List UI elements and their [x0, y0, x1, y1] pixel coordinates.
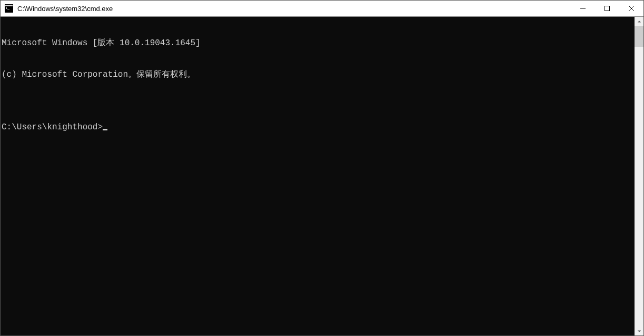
- client-area: Microsoft Windows [版本 10.0.19043.1645] (…: [1, 17, 643, 335]
- vertical-scrollbar[interactable]: [635, 17, 643, 335]
- minimize-button[interactable]: [571, 1, 595, 16]
- titlebar[interactable]: C:\Windows\system32\cmd.exe: [1, 1, 643, 17]
- console-line: (c) Microsoft Corporation。保留所有权利。: [2, 69, 635, 80]
- window-controls: [571, 1, 643, 16]
- scroll-track[interactable]: [635, 26, 643, 327]
- cmd-icon: [5, 4, 13, 13]
- maximize-button[interactable]: [595, 1, 619, 16]
- scroll-thumb[interactable]: [635, 26, 643, 47]
- text-cursor: [103, 129, 107, 130]
- console-output[interactable]: Microsoft Windows [版本 10.0.19043.1645] (…: [1, 17, 635, 335]
- svg-rect-3: [6, 7, 7, 8]
- console-prompt-line: C:\Users\knighthood>: [2, 122, 635, 133]
- svg-rect-5: [6, 8, 7, 9]
- close-button[interactable]: [619, 1, 643, 16]
- console-prompt: C:\Users\knighthood>: [2, 122, 103, 133]
- scroll-down-button[interactable]: [635, 327, 643, 335]
- svg-rect-8: [605, 6, 610, 11]
- svg-rect-1: [5, 5, 13, 6]
- window-title: C:\Windows\system32\cmd.exe: [16, 5, 571, 13]
- scroll-up-button[interactable]: [635, 17, 643, 26]
- console-line: Microsoft Windows [版本 10.0.19043.1645]: [2, 38, 635, 48]
- svg-rect-6: [7, 9, 9, 9]
- svg-rect-4: [6, 8, 7, 8]
